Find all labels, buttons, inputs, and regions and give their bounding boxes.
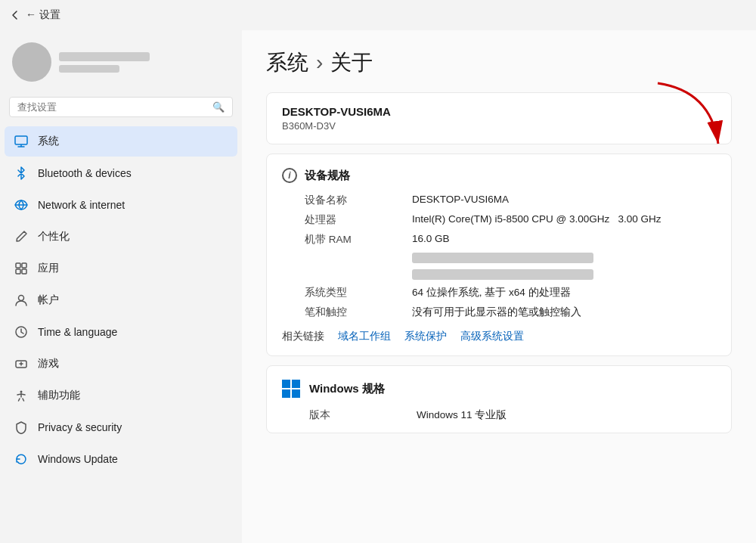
profile-info [59,52,150,73]
svg-rect-4 [22,269,26,274]
win-logo-quad-4 [292,389,300,398]
sidebar-label-network: Network & internet [38,199,125,211]
apps-icon [14,261,29,276]
profile-sub [59,65,119,73]
sidebar-label-system: 系统 [38,135,59,148]
sidebar-item-apps[interactable]: 应用 [5,253,237,284]
bluetooth-icon [14,166,29,181]
sidebar-label-accounts: 帐户 [38,293,59,307]
device-name-card: DESKTOP-VUSI6MA B360M-D3V [266,92,732,144]
windows-logo [282,380,300,398]
win-logo-quad-2 [292,380,300,388]
page-title: 系统 › 关于 [266,48,732,77]
win-specs-title: Windows 规格 [309,382,385,396]
link-related[interactable]: 相关链接 [282,330,324,343]
info-icon: i [282,168,297,183]
gaming-icon [14,356,29,371]
search-input[interactable] [17,101,206,113]
sidebar-item-network[interactable]: Network & internet [5,190,237,220]
avatar [12,42,51,82]
svg-point-5 [19,296,24,301]
sidebar-label-personalization: 个性化 [38,230,70,244]
network-icon [14,197,29,213]
sidebar-label-apps: 应用 [38,262,59,275]
sidebar-item-accessibility[interactable]: 辅助功能 [5,380,237,411]
sidebar-label-update: Windows Update [38,453,118,465]
spec-value-6: 没有可用于此显示器的笔或触控输入 [412,306,716,319]
win-spec-value-0: Windows 11 专业版 [417,408,716,422]
spec-label-6: 笔和触控 [305,306,403,319]
profile-name [59,52,150,61]
spec-label-2: 机带 RAM [305,233,403,247]
sidebar-item-gaming[interactable]: 游戏 [5,349,237,379]
accessibility-icon [14,388,29,403]
sidebar-label-time: Time & language [38,326,117,338]
sidebar-item-bluetooth[interactable]: Bluetooth & devices [5,158,237,188]
link-protection[interactable]: 系统保护 [404,330,447,343]
device-name: DESKTOP-VUSI6MA [282,105,716,118]
svg-rect-2 [22,263,26,268]
spec-value-0: DESKTOP-VUSI6MA [412,194,716,207]
nav-list: 系统 Bluetooth & devices Network & interne… [0,126,242,474]
search-box[interactable]: 🔍 [9,97,233,117]
win-logo-quad-3 [282,389,290,398]
svg-rect-1 [16,263,20,268]
spec-value-1: Intel(R) Core(TM) i5-8500 CPU @ 3.00GHz … [412,213,716,227]
svg-rect-0 [15,136,27,144]
spec-value-2: 16.0 GB [412,233,716,247]
sidebar-item-update[interactable]: Windows Update [5,444,237,474]
spec-label-4 [305,269,403,280]
update-icon [14,451,29,467]
svg-rect-3 [16,269,20,274]
content-area: 系统 › 关于 DESKTOP-VUSI6MA B360M-D3V i 设备规格… [242,30,756,543]
windows-specs-section: Windows 规格 版本 Windows 11 专业版 [266,365,732,433]
sidebar-item-personalization[interactable]: 个性化 [5,222,237,252]
sidebar-label-gaming: 游戏 [38,357,59,371]
specs-header: i 设备规格 [282,168,716,183]
time-icon [14,324,29,340]
specs-table: 设备名称 DESKTOP-VUSI6MA 处理器 Intel(R) Core(T… [282,194,716,319]
system-icon [14,134,29,149]
personalization-icon [14,229,29,244]
sidebar-profile [0,30,242,97]
device-model: B360M-D3V [282,120,716,132]
win-specs-table: 版本 Windows 11 专业版 [282,408,716,422]
title-bar-label: ← 设置 [26,8,60,22]
sidebar-item-privacy[interactable]: Privacy & security [5,412,237,442]
sidebar-item-system[interactable]: 系统 [5,126,237,157]
page-title-about: 关于 [330,48,373,77]
spec-label-0: 设备名称 [305,194,403,207]
spec-value-4 [412,269,593,280]
device-specs-section: i 设备规格 设备名称 DESKTOP-VUSI6MA 处理器 Intel(R)… [266,154,732,356]
privacy-icon [14,420,29,435]
page-title-sep: › [316,51,323,75]
spec-value-5: 64 位操作系统, 基于 x64 的处理器 [412,286,716,299]
back-button[interactable]: ← 设置 [9,8,60,22]
back-icon [9,9,21,21]
sidebar-label-accessibility: 辅助功能 [38,389,80,402]
sidebar-label-privacy: Privacy & security [38,421,122,433]
sidebar-item-accounts[interactable]: 帐户 [5,285,237,315]
spec-label-5: 系统类型 [305,286,403,299]
spec-value-3 [412,253,593,263]
win-logo-quad-1 [282,380,290,388]
sidebar: 🔍 系统 Bluetooth & devices [0,30,242,543]
win-specs-header: Windows 规格 [282,380,716,398]
win-spec-label-0: 版本 [309,408,407,422]
link-domain[interactable]: 域名工作组 [338,330,391,343]
links-row: 相关链接 域名工作组 系统保护 高级系统设置 [282,330,716,343]
specs-title: 设备规格 [305,169,350,183]
accounts-icon [14,293,29,308]
svg-point-8 [20,391,23,393]
sidebar-label-bluetooth: Bluetooth & devices [38,167,132,179]
search-icon: 🔍 [212,101,225,113]
link-advanced[interactable]: 高级系统设置 [460,330,524,343]
sidebar-item-time[interactable]: Time & language [5,317,237,347]
page-title-system: 系统 [266,48,308,77]
spec-label-1: 处理器 [305,213,403,227]
spec-label-3 [305,253,403,263]
